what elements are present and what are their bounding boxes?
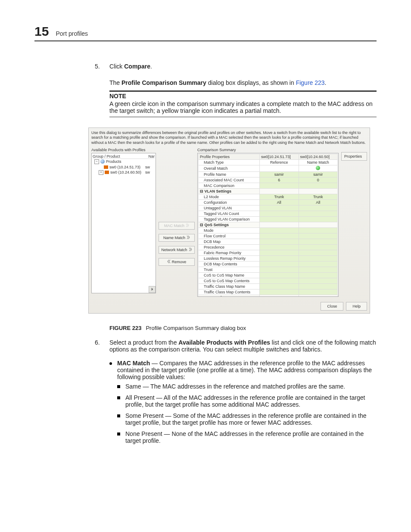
expand-icon[interactable]: +	[99, 170, 103, 175]
table-cell-value	[299, 239, 337, 244]
table-cell-property: Lossless Remap Priority	[199, 255, 260, 261]
mac-match-button: MAC Match	[159, 222, 195, 230]
list-item: All Present — All of the MAC addresses i…	[117, 394, 377, 408]
table-cell-property: L2 Mode	[199, 194, 260, 199]
table-cell-property: CoS to CoS Map Contents	[199, 278, 260, 283]
table-cell-property: Tagged VLAN Comparison	[199, 216, 260, 222]
name-match-button[interactable]: Name Match	[159, 234, 195, 242]
square-bullet-icon	[117, 385, 120, 388]
dialog-intro-text: Use this dialog to summarize differences…	[91, 131, 367, 145]
table-cell-value	[260, 211, 299, 216]
properties-button[interactable]: Properties	[341, 152, 367, 161]
table-section-header[interactable]: ⊟ ACL Settings	[199, 295, 260, 297]
chevron-right-icon	[186, 224, 189, 228]
header-rule	[34, 40, 377, 41]
note-body: A green circle icon in the comparison su…	[109, 100, 377, 114]
table-cell-value	[299, 205, 337, 211]
square-bullet-icon	[117, 414, 120, 417]
tree-root[interactable]: −Products	[93, 159, 155, 165]
comparison-table[interactable]: Profile Properties sw0[10.24.51.73] sw0[…	[197, 153, 339, 297]
table-section-header[interactable]: ⊟ VLAN Settings	[199, 188, 260, 194]
table-cell-value	[260, 283, 299, 289]
available-products-label: Available Products with Profiles	[91, 148, 156, 152]
chevron-right-icon	[151, 287, 154, 292]
table-cell-value	[260, 261, 299, 267]
table-cell-value	[299, 244, 337, 250]
products-tree[interactable]: Group / Product Nar −Products sw0 (10.24…	[91, 153, 156, 293]
table-cell-property: Profile Name	[199, 171, 260, 177]
table-cell-value	[299, 283, 337, 289]
note-block: NOTE A green circle icon in the comparis…	[109, 90, 377, 117]
square-bullet-icon	[117, 396, 120, 399]
figure-link[interactable]: Figure 223	[296, 79, 325, 86]
table-cell-value: All	[299, 199, 337, 205]
table-cell-value: All	[260, 199, 299, 205]
table-cell-value	[299, 211, 337, 216]
chevron-right-icon	[187, 236, 190, 240]
figure-caption: FIGURE 223Profile Comparison Summary dia…	[109, 325, 377, 331]
globe-icon	[100, 159, 105, 164]
section-title: Port profiles	[56, 30, 88, 37]
remove-button[interactable]: Remove	[159, 258, 195, 266]
list-item: Same — The MAC addresses in the referenc…	[117, 383, 377, 390]
table-cell-value	[260, 239, 299, 244]
note-rule-top	[109, 90, 377, 92]
table-cell-property: MAC Comparison	[199, 183, 260, 188]
step-5-text: Click Compare.	[109, 63, 152, 70]
network-match-button[interactable]: Network Match	[159, 246, 195, 254]
list-item: None Present — None of the MAC addresses…	[117, 430, 377, 444]
note-heading: NOTE	[109, 93, 377, 100]
table-cell-value	[260, 216, 299, 222]
table-cell-property: Flow Control	[199, 233, 260, 239]
step-5-detail: The Profile Comparison Summary dialog bo…	[109, 79, 377, 86]
step-6: 6. Select a product from the Available P…	[95, 339, 377, 356]
table-cell-value: Trunk	[299, 194, 337, 199]
table-cell-value: samir	[260, 171, 299, 177]
col-switch-1: sw0[10.24.60.50]	[299, 154, 337, 159]
table-cell-value	[299, 165, 337, 171]
step-number: 6.	[95, 339, 103, 356]
table-cell-value: Trunk	[260, 194, 299, 199]
table-cell-value	[299, 272, 337, 278]
table-cell-value	[299, 216, 337, 222]
table-cell-value	[260, 272, 299, 278]
collapse-icon[interactable]: −	[94, 159, 99, 164]
table-cell-value	[260, 233, 299, 239]
table-cell-property: Tagged VLAN Count	[199, 211, 260, 216]
table-cell-property: Traffic Class Map Contents	[199, 289, 260, 295]
table-cell-value	[260, 278, 299, 283]
bullet-mac-match: MAC Match — Compares the MAC addresses i…	[109, 360, 377, 448]
table-cell-value: samir	[299, 171, 337, 177]
chevron-left-icon	[167, 260, 171, 264]
tree-col-nar: Nar	[148, 154, 155, 159]
table-cell-value	[299, 250, 337, 255]
table-cell-value	[260, 250, 299, 255]
comparison-dialog: Use this dialog to summarize differences…	[88, 128, 370, 314]
close-button[interactable]: Close	[321, 302, 343, 311]
square-bullet-icon	[117, 432, 120, 436]
table-cell-value	[260, 244, 299, 250]
table-cell-property: Configuration	[199, 199, 260, 205]
table-cell-value	[260, 205, 299, 211]
help-button[interactable]: Help	[346, 302, 367, 311]
note-rule-bottom	[109, 117, 377, 117]
table-cell-property: Traffic Class Map Name	[199, 283, 260, 289]
table-cell-property: Trust	[199, 267, 260, 272]
table-cell-value	[299, 278, 337, 283]
table-cell-value	[299, 267, 337, 272]
table-cell-value	[260, 267, 299, 272]
list-item: Some Present — Some of the MAC addresses…	[117, 412, 377, 426]
table-cell-value	[260, 255, 299, 261]
tree-switch-1[interactable]: +sw0 (10.24.60.50)sw	[93, 170, 155, 175]
table-section-header[interactable]: ⊟ QoS Settings	[199, 222, 260, 227]
chevron-right-icon	[189, 248, 192, 252]
scroll-right-button[interactable]	[149, 286, 156, 293]
tree-switch-0[interactable]: sw0 (10.24.51.73)sw	[93, 165, 155, 170]
table-cell-value	[299, 227, 337, 233]
table-cell-value	[299, 255, 337, 261]
bullet-icon	[109, 362, 112, 365]
col-switch-0: sw0[10.24.51.73]	[260, 154, 299, 159]
table-cell-property: Fabric Remap Priority	[199, 250, 260, 255]
table-cell-value: Name Match	[299, 159, 337, 165]
table-cell-property: CoS to CoS Map Name	[199, 272, 260, 278]
